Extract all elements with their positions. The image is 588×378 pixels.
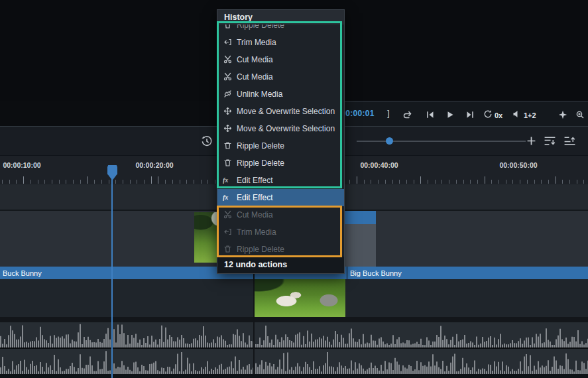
clip-label: Big Buck Bunny	[347, 267, 402, 277]
history-item[interactable]: fxEdit Effect	[217, 189, 344, 206]
add-icon[interactable]	[526, 136, 536, 146]
ruler-tick	[165, 180, 166, 184]
ruler-tick	[115, 180, 116, 184]
clip-label: Buck Bunny	[0, 267, 42, 277]
svg-text:fx: fx	[223, 194, 228, 201]
playback-speed-control[interactable]: 0x	[483, 109, 502, 121]
track-gap	[0, 317, 588, 322]
history-item-label: Cut Media	[237, 210, 273, 220]
history-item-label: Move & Overwrite Selection	[237, 124, 335, 133]
ruler-tick	[73, 180, 74, 184]
ruler-tick	[52, 180, 52, 184]
ruler-tick	[449, 180, 449, 184]
ruler-tick	[215, 180, 215, 184]
history-item-label: Ripple Delete	[237, 25, 284, 30]
ruler-tick	[428, 180, 428, 184]
ruler-tick	[30, 180, 31, 184]
ruler-tick	[378, 180, 379, 184]
audio-waveform	[255, 349, 588, 374]
trash-icon	[223, 25, 232, 30]
ruler-tick	[399, 180, 400, 184]
history-item[interactable]: Cut Media	[217, 68, 344, 86]
ruler-tick	[151, 176, 152, 184]
trash-icon	[223, 141, 232, 151]
ruler-timecode-label: 00:00:40:00	[360, 161, 398, 169]
snap-icon[interactable]	[558, 109, 568, 120]
ruler-tick	[491, 180, 492, 184]
loop-icon[interactable]	[402, 109, 413, 120]
history-item[interactable]: Ripple Delete	[217, 137, 344, 155]
move-icon	[223, 107, 232, 116]
ruler-tick	[16, 180, 17, 184]
clip-block[interactable]	[345, 211, 376, 267]
history-icon[interactable]	[201, 135, 213, 147]
ruler-timecode-label: 00:00:10:00	[3, 161, 40, 169]
fx-icon: fx	[223, 193, 232, 202]
ruler-tick	[371, 180, 371, 184]
ruler-tick	[101, 180, 102, 184]
add-video-track-icon[interactable]	[544, 135, 556, 147]
ruler-tick	[562, 180, 563, 184]
ruler-tick	[201, 180, 202, 184]
scissors-icon	[223, 210, 232, 220]
ruler-tick	[548, 180, 549, 184]
skip-end-icon[interactable]	[465, 109, 475, 120]
ruler-tick	[23, 176, 24, 184]
zoom-slider-track[interactable]	[357, 141, 526, 142]
ruler-tick	[569, 180, 570, 184]
add-audio-track-icon[interactable]	[563, 135, 576, 147]
ruler-tick	[66, 180, 66, 184]
history-item[interactable]: Cut Media	[217, 51, 344, 68]
history-item[interactable]: Move & Overwrite Selection	[217, 120, 344, 137]
clip-thumbnail-2[interactable]	[255, 279, 345, 317]
fx-icon: fx	[223, 176, 232, 185]
ruler-tick	[406, 180, 407, 184]
ruler-tick	[477, 180, 478, 184]
ruler-tick	[364, 180, 365, 184]
audio-channels-control[interactable]: 1+2	[512, 109, 536, 121]
history-item[interactable]: fxEdit Effect	[217, 172, 344, 189]
ruler-tick	[38, 180, 38, 184]
history-item: Ripple Delete	[217, 241, 344, 257]
play-icon[interactable]	[445, 109, 455, 120]
history-item[interactable]: Unlink Media	[217, 86, 344, 103]
ruler-tick	[44, 180, 45, 184]
ruler-tick	[499, 180, 499, 184]
audio-waveform	[0, 349, 253, 374]
ruler-timecode-label: 00:00:50:00	[499, 161, 537, 169]
ruler-tick	[583, 180, 584, 184]
history-menu-title: History	[217, 10, 344, 25]
ruler-tick	[534, 180, 535, 184]
ruler-tick	[172, 180, 173, 184]
clip-bar-big-buck-bunny[interactable]: Big Buck Bunny	[347, 267, 588, 279]
trash-icon	[223, 245, 232, 254]
history-item: Cut Media	[217, 206, 344, 223]
history-item[interactable]: Ripple Delete	[217, 25, 344, 34]
video-editor-app: 0:00:00:01 ] 0x 1+2	[0, 0, 588, 378]
history-item-label: Ripple Delete	[237, 158, 284, 168]
zoom-icon[interactable]	[575, 109, 585, 120]
audio-channels-value: 1+2	[524, 111, 536, 119]
zoom-slider-handle[interactable]	[386, 137, 393, 145]
ruler-tick	[463, 180, 464, 184]
history-item[interactable]: Move & Overwrite Selection	[217, 103, 344, 120]
ruler-tick	[9, 180, 10, 184]
speed-value: 0x	[495, 111, 502, 119]
scissors-icon	[223, 55, 232, 64]
history-item: Trim Media	[217, 223, 344, 241]
ruler-tick	[441, 180, 442, 184]
skip-start-icon[interactable]	[425, 109, 436, 120]
history-item-label: Trim Media	[237, 38, 276, 47]
clip-bar-buck-bunny[interactable]: Buck Bunny	[0, 267, 253, 279]
ruler-tick	[144, 180, 145, 184]
history-menu-footer: 12 undo actions	[217, 257, 344, 273]
ruler-tick	[414, 180, 414, 184]
ruler-tick	[435, 180, 436, 184]
history-item[interactable]: Ripple Delete	[217, 155, 344, 172]
history-item[interactable]: Trim Media	[217, 34, 344, 51]
ruler-tick	[506, 180, 506, 184]
history-item-label: Ripple Delete	[237, 141, 284, 151]
ruler-tick	[2, 180, 3, 184]
ruler-tick	[520, 180, 520, 184]
ruler-tick	[94, 180, 95, 184]
